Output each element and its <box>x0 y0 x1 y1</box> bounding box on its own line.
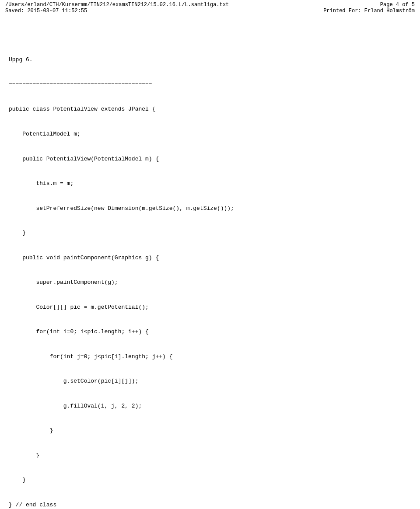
code-content: Uppg 6. ================================… <box>0 16 420 509</box>
printed-for: Printed For: Erland Holmström <box>323 8 415 14</box>
code-line: PotentialModel m; <box>9 130 411 139</box>
page-number: Page 4 of 5 <box>323 2 415 8</box>
code-line: for(int i=0; i<pic.length; i++) { <box>9 328 411 336</box>
code-line: g.setColor(pic[i][j]); <box>9 377 411 386</box>
code-line: this.m = m; <box>9 180 411 188</box>
page-header: /Users/erland/CTH/Kursermm/TIN212/examsT… <box>0 0 420 16</box>
code-line: } <box>9 476 411 485</box>
code-line: super.paintComponent(g); <box>9 279 411 287</box>
code-line: Color[][] pic = m.getPotential(); <box>9 303 411 312</box>
code-line: } <box>9 452 411 460</box>
code-line: Uppg 6. <box>9 56 411 64</box>
header-left: /Users/erland/CTH/Kursermm/TIN212/examsT… <box>5 2 229 14</box>
filepath: /Users/erland/CTH/Kursermm/TIN212/examsT… <box>5 2 229 8</box>
page: /Users/erland/CTH/Kursermm/TIN212/examsT… <box>0 0 420 509</box>
code-line: g.fillOval(i, j, 2, 2); <box>9 402 411 411</box>
code-line: for(int j=0; j<pic[i].length; j++) { <box>9 353 411 361</box>
saved-info: Saved: 2015-03-07 11:52:55 <box>5 8 229 14</box>
code-line: public class PotentialView extends JPane… <box>9 105 411 114</box>
code-line: public PotentialView(PotentialModel m) { <box>9 155 411 164</box>
code-line: setPreferredSize(new Dimension(m.getSize… <box>9 205 411 213</box>
code-line: } <box>9 229 411 237</box>
code-line: } // end class <box>9 501 411 509</box>
code-line: public void paintComponent(Graphics g) { <box>9 254 411 262</box>
code-line: ========================================… <box>9 81 411 89</box>
header-right: Page 4 of 5 Printed For: Erland Holmströ… <box>323 2 415 14</box>
code-line: } <box>9 427 411 435</box>
